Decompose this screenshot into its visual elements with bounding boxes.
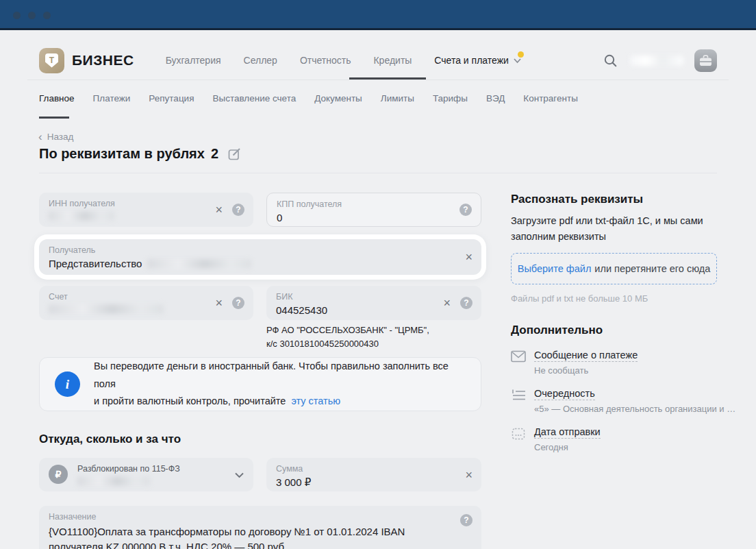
account-name-redacted — [630, 56, 683, 66]
page-title: По реквизитам в рублях — [39, 146, 205, 162]
inn-clear-icon[interactable]: × — [215, 204, 223, 216]
edit-title-icon[interactable] — [227, 147, 242, 161]
subnav-item-counterparties[interactable]: Контрагенты — [523, 93, 578, 103]
nav-item-accounts-payments[interactable]: Счета и платежи — [434, 55, 522, 66]
source-account-redacted — [77, 476, 150, 486]
account-number-field[interactable]: Счет × ? — [39, 286, 253, 320]
subnav-item-invoicing[interactable]: Выставление счета — [212, 93, 296, 103]
window-minimize-icon[interactable] — [28, 12, 36, 19]
file-dropzone[interactable]: Выберите файл или перетяните его сюда — [511, 253, 717, 284]
account-label: Счет — [49, 291, 244, 302]
back-chevron-icon: ‹ — [38, 132, 42, 141]
source-account-select[interactable]: ₽ Разблокирован по 115-ФЗ — [39, 458, 253, 491]
recipient-clear-icon[interactable]: × — [465, 251, 473, 263]
priority-item: Очередность «5» — Основная деятельность … — [511, 387, 737, 414]
main-header: Т БИЗНЕС Бухгалтерия Селлер Отчетность К… — [39, 42, 717, 78]
banner-line2: и пройти валютный контроль, прочитайте — [94, 395, 286, 406]
search-icon[interactable] — [603, 53, 618, 68]
subnav-item-main[interactable]: Главное — [39, 93, 75, 103]
nav-item-seller[interactable]: Селлер — [244, 55, 277, 66]
purpose-field[interactable]: Назначение {VO11100}Оплата за трансформа… — [39, 506, 481, 549]
brand-name[interactable]: БИЗНЕС — [72, 52, 134, 69]
choose-file-link[interactable]: Выберите файл — [518, 263, 592, 274]
send-date-item: Дата отправки Сегодня — [511, 426, 737, 452]
amount-field[interactable]: Сумма 3 000 ₽ × — [266, 458, 481, 491]
window-zoom-icon[interactable] — [43, 12, 51, 19]
nav-item-credits[interactable]: Кредиты — [373, 55, 412, 66]
subnav-item-payments[interactable]: Платежи — [93, 93, 131, 103]
bik-help-icon[interactable]: ? — [460, 297, 473, 309]
account-help-icon[interactable]: ? — [232, 297, 244, 309]
dropzone-hint: или перетяните его сюда — [594, 263, 710, 274]
app-window: Т БИЗНЕС Бухгалтерия Селлер Отчетность К… — [0, 0, 756, 549]
recipient-field-highlighted[interactable]: Получатель Представительство × — [39, 239, 481, 275]
send-date-link[interactable]: Дата отправки — [534, 426, 601, 439]
foreign-bank-banner: i Вы переводите деньги в иностранный бан… — [39, 357, 481, 411]
nav-item-accounting[interactable]: Бухгалтерия — [166, 55, 221, 66]
section-title-amount: Откуда, сколько и за что — [39, 432, 181, 446]
bank-info: РФ АО "РОССЕЛЬХОЗБАНК" - "ЦРМБ", к/с 301… — [266, 324, 481, 350]
bik-field[interactable]: БИК 044525430 × ? — [266, 286, 481, 320]
recognize-description: Загрузите pdf или txt-файл 1С, и мы сами… — [511, 213, 706, 245]
purpose-value: {VO11100}Оплата за трансформаторы по дог… — [49, 524, 459, 549]
active-nav-underline — [349, 77, 426, 80]
nav-item-reports[interactable]: Отчетность — [300, 55, 351, 66]
envelope-icon — [511, 350, 526, 363]
recipient-label: Получатель — [49, 245, 472, 256]
source-chevron-down-icon[interactable] — [234, 472, 244, 478]
banner-article-link[interactable]: эту статью — [291, 395, 340, 406]
chevron-down-icon — [513, 56, 522, 64]
header-right — [603, 49, 717, 72]
banner-text: Вы переводите деньги в иностранный банк.… — [94, 358, 466, 410]
source-account-status: Разблокирован по 115-ФЗ — [77, 463, 244, 474]
subnav-item-limits[interactable]: Лимиты — [381, 93, 414, 103]
bank-info-line2: к/с 30101810045250000430 — [266, 337, 481, 351]
file-size-hint: Файлы pdf и txt не больше 10 МБ — [511, 293, 648, 304]
bank-info-line1: РФ АО "РОССЕЛЬХОЗБАНК" - "ЦРМБ", — [266, 324, 481, 337]
profile-avatar[interactable] — [694, 49, 717, 72]
page-title-row: По реквизитам в рублях 2 — [39, 146, 242, 162]
briefcase-icon — [699, 55, 712, 66]
active-subnav-underline — [39, 117, 69, 119]
additional-items: Сообщение о платеже Не сообщать Очередно… — [511, 349, 737, 452]
kpp-value: 0 — [277, 212, 471, 223]
priority-value: «5» — Основная деятельность организации … — [534, 404, 740, 414]
logo-shield-icon: Т — [45, 53, 58, 68]
kpp-label: КПП получателя — [277, 199, 471, 210]
recognize-title: Распознать реквизиты — [511, 193, 643, 206]
recipient-value-redacted — [147, 259, 251, 269]
window-controls[interactable] — [13, 12, 51, 19]
send-date-value: Сегодня — [534, 442, 601, 452]
bik-label: БИК — [276, 291, 472, 302]
calendar-icon — [511, 427, 526, 441]
subnav-item-reputation[interactable]: Репутация — [149, 93, 194, 103]
subnav-item-documents[interactable]: Документы — [314, 93, 362, 103]
subnav-item-ved[interactable]: ВЭД — [486, 93, 505, 103]
main-nav: Бухгалтерия Селлер Отчетность Кредиты Сч… — [166, 55, 522, 66]
window-close-icon[interactable] — [13, 12, 21, 19]
payment-message-item: Сообщение о платеже Не сообщать — [511, 349, 737, 376]
back-button[interactable]: ‹ Назад — [38, 132, 73, 142]
inn-help-icon[interactable]: ? — [232, 204, 244, 216]
priority-link[interactable]: Очередность — [534, 388, 595, 400]
kpp-field[interactable]: КПП получателя 0 ? — [266, 193, 481, 227]
recipient-value-prefix: Представительство — [49, 258, 142, 269]
kpp-help-icon[interactable]: ? — [459, 204, 472, 216]
queue-icon — [511, 389, 526, 401]
bik-clear-icon[interactable]: × — [443, 297, 451, 309]
payment-message-value: Не сообщать — [534, 365, 638, 376]
inn-field[interactable]: ИНН получателя × ? — [39, 193, 253, 227]
purpose-label: Назначение — [49, 511, 472, 522]
ruble-icon: ₽ — [49, 465, 68, 484]
account-clear-icon[interactable]: × — [215, 297, 223, 309]
brand-logo-icon[interactable]: Т — [39, 48, 64, 73]
amount-clear-icon[interactable]: × — [465, 469, 473, 481]
notification-dot — [518, 51, 524, 58]
additional-title: Дополнительно — [511, 324, 603, 337]
account-value-redacted — [49, 304, 164, 314]
back-label: Назад — [47, 132, 74, 142]
purpose-help-icon[interactable]: ? — [460, 514, 473, 526]
page-title-counter: 2 — [211, 146, 218, 162]
subnav-item-tariffs[interactable]: Тарифы — [433, 93, 468, 103]
payment-message-link[interactable]: Сообщение о платеже — [534, 350, 638, 362]
